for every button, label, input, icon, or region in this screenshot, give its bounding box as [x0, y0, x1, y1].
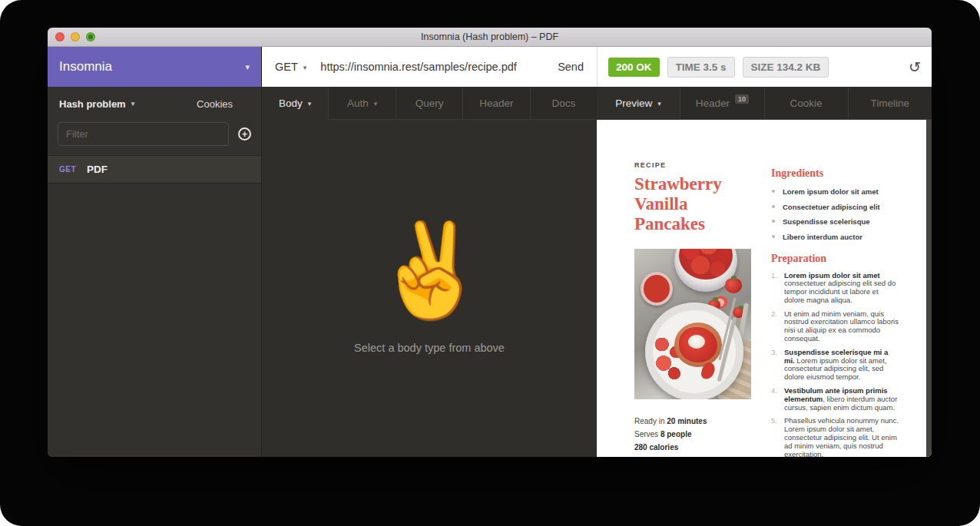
preparation-heading: Preparation [771, 253, 900, 265]
recipe-serves: Serves 8 people [634, 430, 751, 438]
ingredient-item: Libero interdum auctor [771, 233, 900, 241]
app-brand-menu[interactable]: Insomnia ▾ [48, 47, 261, 87]
victory-hand-icon: ✌ [366, 216, 493, 323]
traffic-lights [55, 28, 95, 46]
pdf-kicker: RECIPE [634, 161, 751, 169]
pdf-page: RECIPE Strawberry Vanilla Pancakes [597, 120, 926, 457]
tab-header-label: Header [479, 98, 513, 109]
tab-auth-label: Auth [347, 98, 369, 109]
tab-cookie-label: Cookie [790, 98, 823, 109]
tab-query-label: Query [416, 98, 444, 109]
preparation-step: Vestibulum ante ipsum primis elementum, … [771, 387, 900, 412]
url-bar: GET ▾ https://insomnia.rest/samples/reci… [262, 47, 597, 87]
tab-docs-label: Docs [551, 98, 575, 109]
filter-input[interactable] [58, 122, 229, 146]
tab-response-header[interactable]: Header 10 [680, 87, 763, 120]
pdf-left-column: RECIPE Strawberry Vanilla Pancakes [634, 161, 751, 456]
tab-timeline[interactable]: Timeline [848, 87, 932, 120]
header-count-badge: 10 [735, 94, 749, 104]
pdf-recipe-title: Strawberry Vanilla Pancakes [634, 174, 742, 234]
tab-docs[interactable]: Docs [530, 87, 597, 120]
workspace-row: Hash problem ▾ Cookies [48, 87, 261, 121]
request-tabs: Body ▾ Auth ▾ Query Header Docs [262, 87, 597, 120]
request-pane: GET ▾ https://insomnia.rest/samples/reci… [261, 47, 597, 457]
preparation-step: Ut enim ad minim veniam, quis nostrud ex… [771, 310, 900, 343]
window-titlebar[interactable]: Insomnia (Hash problem) – PDF [48, 28, 932, 47]
request-name: PDF [87, 164, 108, 175]
insomnia-window: Insomnia (Hash problem) – PDF Insomnia ▾… [48, 28, 932, 457]
empty-state-text: Select a body type from above [354, 342, 505, 354]
app-body: Insomnia ▾ Hash problem ▾ Cookies + GET … [48, 47, 932, 457]
zoom-window-button[interactable] [86, 32, 95, 41]
response-tabs: Preview ▾ Header 10 Cookie Timeline [597, 87, 932, 120]
ingredients-list: Lorem ipsum dolor sit amet Consectetuer … [771, 187, 900, 241]
recipe-meta: Ready in 20 minutes Serves 8 people 280 … [634, 417, 751, 452]
ingredients-heading: Ingredients [771, 167, 900, 180]
chevron-down-icon: ▾ [308, 100, 312, 108]
workspace-dropdown[interactable]: Hash problem [59, 98, 126, 110]
status-badge: 200 OK [608, 58, 660, 77]
chevron-down-icon: ▾ [657, 100, 661, 108]
method-dropdown[interactable]: GET [275, 61, 298, 73]
preparation-step: Suspendisse scelerisque mi a mi. Lorem i… [771, 349, 900, 382]
tab-body[interactable]: Body ▾ [262, 87, 328, 120]
tab-preview-label: Preview [615, 98, 652, 109]
close-window-button[interactable] [55, 32, 65, 41]
request-list-item[interactable]: GET PDF [48, 155, 261, 184]
cookies-link[interactable]: Cookies [197, 98, 233, 110]
tab-query[interactable]: Query [396, 87, 462, 120]
tab-preview[interactable]: Preview ▾ [597, 87, 680, 120]
tab-response-header-label: Header [696, 98, 730, 109]
recipe-photo [634, 249, 751, 399]
tab-timeline-label: Timeline [871, 98, 910, 109]
strawberry [725, 278, 742, 293]
tab-body-label: Body [279, 98, 303, 109]
request-method-tag: GET [59, 165, 76, 174]
pdf-scrollbar[interactable] [926, 120, 932, 457]
pdf-preview[interactable]: RECIPE Strawberry Vanilla Pancakes [597, 120, 932, 457]
jam-jar [641, 272, 673, 306]
response-pane: 200 OK TIME 3.5 s SIZE 134.2 KB ↺ Previe… [597, 47, 932, 457]
chevron-down-icon: ▾ [245, 62, 250, 72]
ingredient-item: Consectetuer adipiscing elit [771, 203, 900, 211]
recipe-time: Ready in 20 minutes [634, 417, 751, 425]
tab-auth[interactable]: Auth ▾ [328, 87, 395, 120]
pdf-right-column: Ingredients Lorem ipsum dolor sit amet C… [771, 167, 900, 457]
preparation-step: Phasellus vehicula nonummy nunc. Lorem i… [771, 417, 900, 457]
add-request-button[interactable]: + [238, 127, 251, 141]
preparation-steps: Lorem ipsum dolor sit amet consectetuer … [771, 272, 900, 458]
body-empty-state: ✌ Select a body type from above [262, 120, 597, 457]
chevron-down-icon: ▾ [374, 100, 378, 108]
ingredient-item: Lorem ipsum dolor sit amet [771, 187, 900, 196]
window-title: Insomnia (Hash problem) – PDF [421, 31, 558, 42]
filter-row: + [48, 121, 261, 155]
chevron-down-icon: ▾ [303, 64, 307, 71]
send-button[interactable]: Send [558, 61, 584, 73]
tab-cookie[interactable]: Cookie [764, 87, 848, 120]
url-input[interactable]: https://insomnia.rest/samples/recipe.pdf [320, 61, 548, 73]
recipe-calories: 280 calories [634, 443, 751, 452]
size-badge: SIZE 134.2 KB [743, 57, 829, 78]
sidebar: Insomnia ▾ Hash problem ▾ Cookies + GET … [48, 47, 261, 457]
time-badge: TIME 3.5 s [667, 57, 735, 78]
cream-dollop [688, 335, 705, 349]
minimize-window-button[interactable] [71, 32, 80, 41]
brand-label: Insomnia [59, 59, 112, 74]
chevron-down-icon: ▾ [131, 100, 135, 108]
response-meta-bar: 200 OK TIME 3.5 s SIZE 134.2 KB ↺ [597, 47, 932, 87]
ingredient-item: Suspendisse scelerisque [771, 217, 900, 226]
preparation-step: Lorem ipsum dolor sit amet consectetuer … [771, 272, 900, 305]
tab-header[interactable]: Header [462, 87, 529, 120]
response-history-icon[interactable]: ↺ [909, 60, 921, 74]
